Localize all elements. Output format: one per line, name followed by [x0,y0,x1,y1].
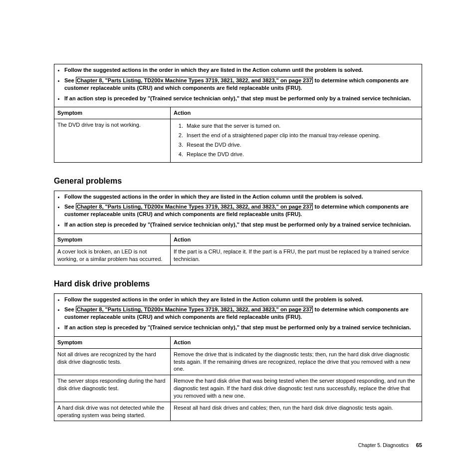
action-cell: Reseat all hard disk drives and cables; … [171,402,422,421]
list-item: Insert the end of a straightened paper c… [185,132,419,139]
header-symptom: Symptom [54,107,171,119]
note-2: See Chapter 8, "Parts Listing, TD200x Ma… [64,77,419,92]
note-2-pre: See [64,204,76,210]
symptom-cell: A cover lock is broken, an LED is not wo… [54,245,171,265]
footer-chapter: Chapter 5. Diagnostics [358,443,409,448]
dvd-table: Follow the suggested actions in the orde… [54,64,422,163]
hdd-heading: Hard disk drive problems [54,279,422,288]
header-symptom: Symptom [54,336,171,348]
note-2-pre: See [64,77,76,83]
symptom-cell: Not all drives are recognized by the har… [54,348,171,375]
header-action: Action [171,234,422,245]
note-3: If an action step is preceded by "(Train… [64,324,419,331]
general-table: Follow the suggested actions in the orde… [54,191,422,265]
table-row: Not all drives are recognized by the har… [54,348,422,375]
note-1: Follow the suggested actions in the orde… [64,193,419,201]
symptom-cell: The server stops responding during the h… [54,375,171,402]
page-content: Follow the suggested actions in the orde… [0,0,476,421]
header-symptom: Symptom [54,234,171,245]
page-footer: Chapter 5. Diagnostics 65 [358,442,422,448]
list-item: Make sure that the server is turned on. [185,122,419,130]
notes-cell: Follow the suggested actions in the orde… [54,64,422,107]
action-cell: Remove the drive that is indicated by th… [171,348,422,375]
table-row: A cover lock is broken, an LED is not wo… [54,245,422,265]
action-cell: Make sure that the server is turned on. … [171,119,422,162]
action-cell: Remove the hard disk drive that was bein… [171,375,422,402]
footer-page-number: 65 [416,442,422,448]
note-2: See Chapter 8, "Parts Listing, TD200x Ma… [64,203,419,218]
chapter-8-link[interactable]: Chapter 8, "Parts Listing, TD200x Machin… [76,203,313,210]
symptom-cell: A hard disk drive was not detected while… [54,402,171,421]
notes-cell: Follow the suggested actions in the orde… [54,191,422,234]
chapter-8-link[interactable]: Chapter 8, "Parts Listing, TD200x Machin… [76,77,313,84]
symptom-cell: The DVD drive tray is not working. [54,119,171,162]
table-row: The server stops responding during the h… [54,375,422,402]
note-3: If an action step is preceded by "(Train… [64,95,419,102]
note-3: If an action step is preceded by "(Train… [64,221,419,229]
header-action: Action [171,336,422,348]
note-2: See Chapter 8, "Parts Listing, TD200x Ma… [64,306,419,321]
chapter-8-link[interactable]: Chapter 8, "Parts Listing, TD200x Machin… [76,306,313,313]
notes-cell: Follow the suggested actions in the orde… [54,293,422,336]
note-1: Follow the suggested actions in the orde… [64,296,419,303]
header-action: Action [171,107,422,119]
action-cell: If the part is a CRU, replace it. If the… [171,245,422,265]
note-2-pre: See [64,306,76,312]
table-row: The DVD drive tray is not working. Make … [54,119,422,162]
list-item: Replace the DVD drive. [185,151,419,158]
list-item: Reseat the DVD drive. [185,141,419,149]
note-1: Follow the suggested actions in the orde… [64,66,419,74]
hdd-table: Follow the suggested actions in the orde… [54,293,422,422]
table-row: A hard disk drive was not detected while… [54,402,422,421]
general-heading: General problems [54,177,422,186]
